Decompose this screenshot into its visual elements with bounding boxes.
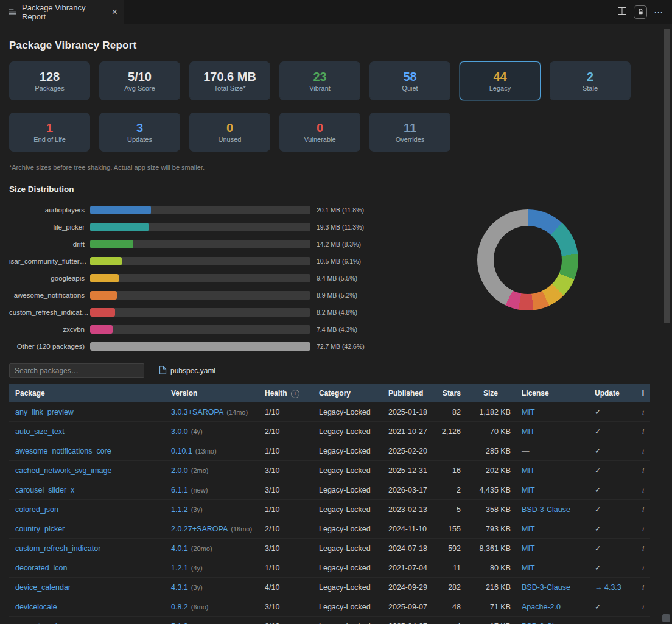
stat-card-packages[interactable]: 128 Packages [9,61,90,100]
cell-stars: 82 [436,408,466,416]
health-info-icon[interactable]: i [291,390,299,398]
cell-stars: 4 [436,622,466,624]
tab-package-vibrancy-report[interactable]: Package Vibrancy Report × [0,0,124,24]
col-published[interactable]: Published [382,389,436,398]
row-info-icon[interactable]: i [642,524,645,533]
vertical-scrollbar[interactable] [664,29,670,323]
row-info-icon[interactable]: i [642,602,645,611]
package-link[interactable]: devicelocale [15,603,57,611]
stat-card-vulnerable[interactable]: 0 Vulnerable [279,113,360,152]
package-link[interactable]: auto_size_text [15,427,65,436]
stat-card-avg-score[interactable]: 5/10 Avg Score [99,61,180,100]
version-link[interactable]: 3.0.3+SAROPA [171,408,223,416]
col-category[interactable]: Category [313,389,382,398]
col-license[interactable]: License [516,389,589,398]
col-info[interactable]: i [636,389,650,398]
version-age: (16mo) [231,525,252,533]
version-link[interactable]: 6.1.1 [171,486,188,494]
license-link[interactable]: Apache-2.0 [522,603,561,611]
scrollbar-corner[interactable] [662,614,670,622]
update-value[interactable]: → 4.3.3 [595,583,621,592]
row-info-icon[interactable]: i [642,583,645,592]
license-link[interactable]: MIT [522,427,535,436]
stat-value: 11 [404,122,416,134]
license-link[interactable]: BSD-3-Clause [522,583,570,592]
package-link[interactable]: encryptor_plus [15,622,65,624]
row-info-icon[interactable]: i [642,622,645,624]
col-update[interactable]: Update [589,389,636,398]
row-info-icon[interactable]: i [642,446,645,455]
license-link[interactable]: MIT [522,544,535,553]
package-link[interactable]: colored_json [15,505,58,514]
more-actions-icon[interactable]: ⋯ [654,7,663,18]
package-link[interactable]: custom_refresh_indicator [15,544,100,553]
version-link[interactable]: 1.2.1 [171,564,188,572]
version-link[interactable]: 3.0.0 [171,427,188,436]
split-editor-icon[interactable] [617,6,627,18]
row-info-icon[interactable]: i [642,427,645,436]
version-link[interactable]: 1.1.2 [171,505,188,514]
license-link[interactable]: MIT [522,564,535,572]
version-link[interactable]: 4.3.1 [171,583,188,592]
size-distribution-chart: audioplayers 20.1 MB (11.8%) file_picker… [9,202,663,355]
stat-card-quiet[interactable]: 58 Quiet [369,61,450,100]
bar-label: drift [9,240,90,248]
row-info-icon[interactable]: i [642,544,645,553]
license-link[interactable]: MIT [522,525,535,533]
version-link[interactable]: 0.8.2 [171,603,188,611]
col-version[interactable]: Version [165,389,259,398]
package-link[interactable]: country_picker [15,525,65,533]
license-link[interactable]: MIT [522,486,535,494]
package-link[interactable]: awesome_notifications_core [15,447,111,455]
license-link[interactable]: BSD-3-Clause [522,622,570,624]
version-age: (4y) [191,564,203,572]
row-info-icon[interactable]: i [642,505,645,514]
stat-card-legacy[interactable]: 44 Legacy [460,61,541,100]
table-row: auto_size_text 3.0.0(4y) 2/10 Legacy-Loc… [9,422,650,441]
version-link[interactable]: 5.1.0 [171,622,188,624]
row-info-icon[interactable]: i [642,485,645,494]
packages-table: Package Version Healthi Category Publish… [9,384,650,624]
bar-fill [90,223,149,231]
license-link[interactable]: MIT [522,466,535,475]
stat-card-updates[interactable]: 3 Updates [99,113,180,152]
bar-label: Other (120 packages) [9,343,90,350]
stat-card-total-size-[interactable]: 170.6 MB Total Size* [189,61,270,100]
row-info-icon[interactable]: i [642,407,645,416]
stat-label: Avg Score [124,85,155,92]
cell-category: Legacy-Locked [313,583,382,592]
stat-card-end-of-life[interactable]: 1 End of Life [9,113,90,152]
stat-card-stale[interactable]: 2 Stale [550,61,631,100]
cell-stars: 282 [436,583,466,592]
cell-category: Legacy-Locked [313,447,382,455]
lock-icon[interactable] [634,5,647,19]
version-link[interactable]: 4.0.1 [171,544,188,553]
col-health[interactable]: Healthi [259,389,313,398]
cell-size: 358 KB [466,505,516,514]
stat-card-unused[interactable]: 0 Unused [189,113,270,152]
cell-health: 2/10 [259,427,313,436]
version-link[interactable]: 2.0.0 [171,466,188,475]
update-value: ✓ [595,505,601,514]
tab-close-icon[interactable]: × [112,7,117,17]
license-link[interactable]: BSD-3-Clause [522,505,570,514]
package-link[interactable]: device_calendar [15,583,71,592]
stat-card-vibrant[interactable]: 23 Vibrant [279,61,360,100]
pubspec-file-chip[interactable]: pubspec.yaml [159,366,215,376]
col-package[interactable]: Package [9,389,165,398]
package-link[interactable]: cached_network_svg_image [15,466,111,475]
cell-category: Legacy-Locked [313,525,382,533]
row-info-icon[interactable]: i [642,563,645,572]
stat-value: 128 [40,71,60,83]
license-link[interactable]: MIT [522,408,535,416]
col-size[interactable]: Size [466,389,516,398]
version-link[interactable]: 0.10.1 [171,447,192,455]
package-link[interactable]: carousel_slider_x [15,486,74,494]
package-link[interactable]: any_link_preview [15,408,74,416]
package-link[interactable]: decorated_icon [15,564,67,572]
row-info-icon[interactable]: i [642,466,645,475]
stat-card-overrides[interactable]: 11 Overrides [369,113,450,152]
version-link[interactable]: 2.0.27+SAROPA [171,525,228,533]
search-input[interactable] [9,363,144,378]
col-stars[interactable]: Stars [436,389,466,398]
